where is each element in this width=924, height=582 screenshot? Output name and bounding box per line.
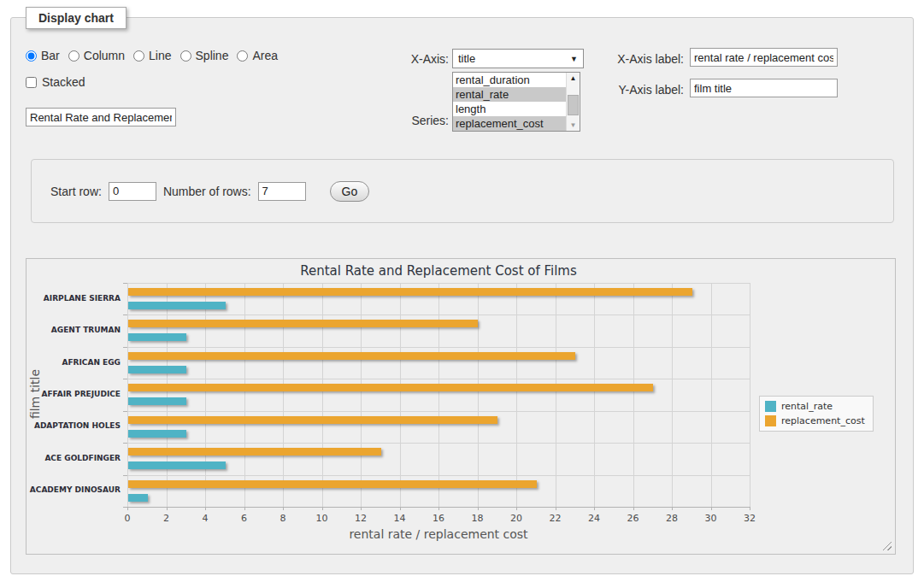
legend-item-rental_rate[interactable]: rental_rate	[765, 401, 865, 412]
chart-area: Rental Rate and Replacement Cost of Film…	[26, 258, 896, 555]
chart-type-option-area[interactable]: Area	[237, 49, 278, 62]
chevron-down-icon: ▼	[570, 55, 578, 63]
gridline-vertical	[438, 283, 439, 507]
x-axis-title: rental rate / replacement cost	[127, 527, 750, 541]
gridline-vertical	[400, 283, 401, 507]
category-label: AFRICAN EGG	[26, 358, 121, 367]
number-of-rows-label: Number of rows:	[163, 185, 251, 198]
gridline-vertical	[594, 283, 595, 507]
series-select-label: Series:	[380, 114, 449, 127]
series-option-length[interactable]: length	[453, 102, 566, 116]
gridline-vertical	[633, 283, 634, 507]
chart-type-option-column[interactable]: Column	[68, 49, 125, 62]
legend-item-replacement_cost[interactable]: replacement_cost	[765, 415, 865, 426]
bar-rental_rate[interactable]	[128, 333, 186, 341]
series-option-rental_duration[interactable]: rental_duration	[453, 73, 566, 87]
bar-replacement_cost[interactable]	[128, 416, 497, 424]
scroll-down-icon[interactable]: ▼	[567, 120, 580, 131]
x-tick-label: 4	[188, 513, 222, 524]
chart-type-radio-line[interactable]	[133, 50, 144, 62]
resize-handle[interactable]	[882, 541, 892, 550]
x-tick-label: 14	[383, 513, 417, 524]
x-tick-label: 6	[227, 513, 262, 524]
bar-replacement_cost[interactable]	[128, 480, 537, 488]
scrollbar-thumb[interactable]	[568, 95, 579, 115]
gridline-vertical	[711, 283, 712, 507]
x-axis-line	[127, 507, 750, 508]
legend-label: replacement_cost	[781, 415, 865, 426]
series-option-rental_rate[interactable]: rental_rate	[453, 87, 566, 102]
x-tick-label: 32	[733, 513, 767, 524]
x-tick-label: 0	[110, 513, 144, 524]
bar-rental_rate[interactable]	[128, 494, 148, 502]
category-label: ACE GOLDFINGER	[26, 454, 121, 462]
gridline-vertical	[672, 283, 673, 507]
gridline-vertical	[322, 283, 323, 507]
start-row-input[interactable]	[109, 182, 156, 201]
chart-type-label: Line	[149, 49, 171, 62]
y-axis-tick	[123, 443, 127, 444]
bar-rental_rate[interactable]	[128, 366, 186, 373]
x-tick-label: 22	[539, 513, 573, 524]
chart-type-label: Area	[252, 49, 278, 62]
fieldset-legend-title: Display chart	[26, 7, 127, 29]
gridline-vertical	[516, 283, 517, 507]
legend-label: rental_rate	[781, 401, 833, 412]
x-axis-tick	[750, 507, 750, 510]
gridline-vertical	[205, 283, 206, 507]
x-axis-label-label: X-Axis label:	[598, 52, 684, 66]
stacked-checkbox[interactable]	[26, 77, 37, 88]
chart-type-radio-area[interactable]	[237, 50, 248, 62]
gridline-vertical	[244, 283, 245, 507]
category-label: ACADEMY DINOSAUR	[26, 485, 121, 494]
bar-rental_rate[interactable]	[128, 461, 226, 469]
x-axis-select-value: title	[458, 52, 570, 65]
category-label: ADAPTATION HOLES	[26, 421, 121, 430]
y-axis-tick	[123, 283, 127, 284]
y-axis-tick	[123, 347, 127, 348]
bar-replacement_cost[interactable]	[128, 320, 478, 327]
x-tick-label: 2	[150, 513, 184, 524]
chart-type-radio-spline[interactable]	[180, 50, 191, 62]
bar-replacement_cost[interactable]	[128, 384, 653, 391]
y-axis-label-label: Y-Axis label:	[598, 83, 684, 97]
bar-rental_rate[interactable]	[128, 302, 226, 309]
x-axis-select[interactable]: title ▼	[452, 49, 584, 68]
row-range-panel: Start row: Number of rows: Go	[31, 159, 894, 223]
chart-type-radio-column[interactable]	[68, 50, 79, 62]
chart-type-label: Column	[84, 49, 125, 62]
bar-rental_rate[interactable]	[128, 430, 186, 438]
bar-rental_rate[interactable]	[128, 397, 186, 405]
chart-title-input[interactable]	[26, 108, 176, 126]
bar-replacement_cost[interactable]	[128, 288, 692, 296]
legend-swatch-replacement_cost	[765, 415, 776, 426]
scroll-up-icon[interactable]: ▲	[567, 73, 580, 84]
gridline-horizontal	[127, 379, 750, 379]
gridline-horizontal	[127, 443, 750, 444]
gridline-vertical	[127, 283, 128, 507]
series-scrollbar[interactable]: ▲ ▼	[566, 73, 580, 131]
go-button[interactable]: Go	[330, 181, 370, 202]
y-axis-label-input[interactable]	[690, 79, 838, 97]
gridline-horizontal	[127, 347, 750, 348]
gridline-vertical	[478, 283, 479, 507]
bar-replacement_cost[interactable]	[128, 448, 381, 456]
chart-title: Rental Rate and Replacement Cost of Film…	[127, 263, 750, 279]
chart-type-radio-bar[interactable]	[26, 50, 37, 62]
x-axis-label-input[interactable]	[690, 48, 838, 67]
gridline-vertical	[750, 283, 750, 507]
series-option-replacement_cost[interactable]: replacement_cost	[453, 116, 566, 131]
number-of-rows-input[interactable]	[258, 182, 306, 201]
x-tick-label: 16	[421, 513, 456, 524]
chart-type-option-bar[interactable]: Bar	[26, 49, 60, 62]
category-label: AIRPLANE SIERRA	[26, 294, 121, 303]
bar-replacement_cost[interactable]	[128, 352, 575, 360]
x-tick-label: 30	[694, 513, 728, 524]
category-label: AFFAIR PREJUDICE	[26, 390, 121, 398]
gridline-vertical	[167, 283, 168, 507]
chart-type-option-line[interactable]: Line	[133, 49, 171, 62]
chart-type-option-spline[interactable]: Spline	[180, 49, 229, 62]
stacked-checkbox-row[interactable]: Stacked	[26, 75, 85, 89]
series-select[interactable]: rental_durationrental_ratelengthreplacem…	[452, 72, 580, 132]
chart-legend: rental_ratereplacement_cost	[759, 396, 874, 432]
